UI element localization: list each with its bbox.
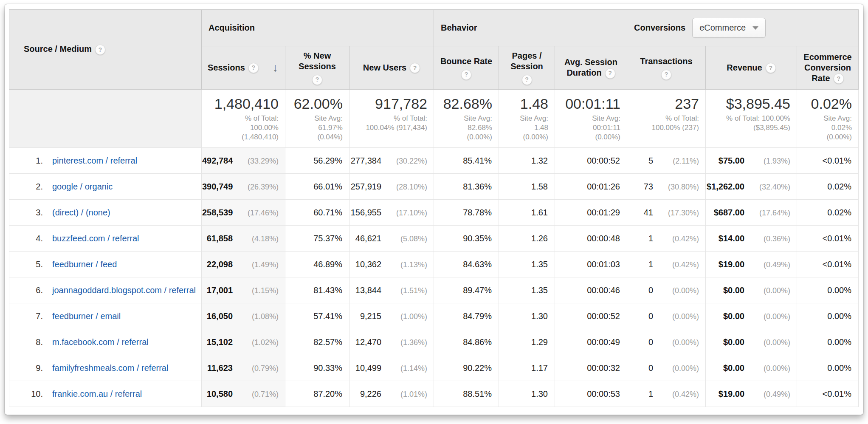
avg-session-duration-cell: 00:00:52 (555, 303, 627, 329)
avg-session-duration-cell: 00:00:52 (555, 148, 627, 174)
transactions-cell: 73(30.80%) (627, 174, 706, 200)
source-medium-cell: 4. buzzfeed.com / referral (9, 226, 202, 252)
source-medium-cell: 9. familyfreshmeals.com / referral (9, 355, 202, 381)
source-medium-cell: 8. m.facebook.com / referral (9, 329, 202, 355)
help-icon[interactable]: ? (834, 73, 844, 84)
column-header-transactions[interactable]: Transactions ? (627, 46, 706, 90)
new-users-cell: 46,621(5.08%) (349, 226, 434, 252)
column-header-pages-session[interactable]: Pages / Session ? (499, 46, 555, 90)
source-medium-label: Source / Medium (24, 44, 92, 54)
row-rank: 5. (23, 260, 43, 269)
totals-bounce-rate: 82.68% Site Avg:82.68%(0.00%) (434, 90, 499, 148)
ecommerce-conversion-rate-cell: 0.00% (797, 329, 859, 355)
revenue-cell: $19.00(0.49%) (706, 381, 797, 407)
sessions-cell: 17,001(1.15%) (202, 277, 285, 303)
ecommerce-conversion-rate-cell: 0.02% (797, 200, 859, 226)
source-medium-link[interactable]: feedburner / feed (52, 259, 117, 270)
help-icon[interactable]: ? (312, 75, 322, 85)
revenue-cell: $14.00(0.36%) (706, 226, 797, 252)
new-users-cell: 257,919(28.10%) (349, 174, 434, 200)
pages-session-cell: 1.29 (499, 329, 555, 355)
pages-session-cell: 1.58 (499, 174, 555, 200)
source-medium-link[interactable]: buzzfeed.com / referral (52, 233, 139, 244)
help-icon[interactable]: ? (410, 63, 420, 73)
new-users-cell: 277,384(30.22%) (349, 148, 434, 174)
totals-revenue: $3,895.45 % of Total: 100.00%($3,895.45) (706, 90, 797, 148)
pages-session-cell: 1.32 (499, 148, 555, 174)
source-medium-cell: 7. feedburner / email (9, 303, 202, 329)
help-icon[interactable]: ? (661, 70, 671, 80)
transactions-cell: 5(2.11%) (627, 148, 706, 174)
source-medium-link[interactable]: (direct) / (none) (52, 207, 110, 218)
column-header-source-medium[interactable]: Source / Medium? (9, 10, 202, 90)
column-header-bounce-rate[interactable]: Bounce Rate ? (434, 46, 499, 90)
avg-session-duration-cell: 00:00:46 (555, 277, 627, 303)
pages-session-cell: 1.26 (499, 226, 555, 252)
column-header-revenue[interactable]: Revenue? (706, 46, 797, 90)
source-medium-cell: 10. frankie.com.au / referral (9, 381, 202, 407)
transactions-cell: 0(0.00%) (627, 277, 706, 303)
totals-sessions: 1,480,410 % of Total:100.00%(1,480,410) (202, 90, 285, 148)
ecommerce-conversion-rate-cell: 0.00% (797, 303, 859, 329)
bounce-rate-cell: 84.79% (434, 303, 499, 329)
source-medium-link[interactable]: pinterest.com / referral (52, 155, 137, 166)
source-medium-link[interactable]: familyfreshmeals.com / referral (52, 362, 168, 373)
column-header-ecommerce-conversion-rate[interactable]: Ecommerce Conversion Rate? (797, 46, 859, 90)
new-sessions-cell: 66.01% (285, 174, 349, 200)
pages-session-cell: 1.30 (499, 381, 555, 407)
ecommerce-conversion-rate-cell: 0.02% (797, 174, 859, 200)
table-row: 6. joannagoddard.blogspot.com / referral… (9, 277, 859, 303)
row-rank: 7. (23, 311, 43, 321)
column-header-avg-session-duration[interactable]: Avg. Session Duration? (555, 46, 627, 90)
pages-session-cell: 1.35 (499, 252, 555, 277)
row-rank: 10. (23, 389, 43, 399)
help-icon[interactable]: ? (95, 45, 105, 55)
column-header-new-users[interactable]: New Users? (349, 46, 434, 90)
totals-empty-cell (9, 90, 202, 148)
group-header-row: Source / Medium? Acquisition Behavior Co… (9, 10, 859, 46)
new-sessions-cell: 60.71% (285, 200, 349, 226)
sort-descending-icon[interactable]: ↓ (273, 62, 279, 73)
bounce-rate-cell: 90.22% (434, 355, 499, 381)
source-medium-link[interactable]: joannagoddard.blogspot.com / referral (52, 285, 196, 296)
new-sessions-cell: 75.37% (285, 226, 349, 252)
group-header-conversions: Conversions eCommerce (627, 10, 859, 46)
conversions-label: Conversions (634, 23, 685, 33)
transactions-cell: 41(17.30%) (627, 200, 706, 226)
column-header-sessions[interactable]: Sessions? ↓ (202, 46, 285, 90)
source-medium-link[interactable]: m.facebook.com / referral (52, 336, 149, 348)
source-medium-cell: 6. joannagoddard.blogspot.com / referral (9, 277, 202, 303)
totals-ecommerce-conversion-rate: 0.02% Site Avg:0.02%(0.00%) (797, 90, 859, 148)
source-medium-link[interactable]: feedburner / email (52, 311, 121, 322)
bounce-rate-cell: 89.47% (434, 277, 499, 303)
help-icon[interactable]: ? (248, 63, 259, 73)
avg-session-duration-cell: 00:00:32 (555, 355, 627, 381)
totals-pages-session: 1.48 Site Avg:1.48(0.00%) (499, 90, 555, 148)
acquisition-label: Acquisition (209, 23, 255, 32)
transactions-cell: 1(0.42%) (627, 381, 706, 407)
help-icon[interactable]: ? (461, 70, 471, 80)
sessions-cell: 11,623(0.79%) (202, 355, 285, 381)
help-icon[interactable]: ? (605, 68, 615, 79)
pages-session-cell: 1.30 (499, 303, 555, 329)
new-sessions-cell: 56.29% (285, 148, 349, 174)
bounce-rate-cell: 90.35% (434, 226, 499, 252)
help-icon[interactable]: ? (766, 63, 776, 73)
transactions-cell: 1(0.42%) (627, 252, 706, 277)
bounce-rate-cell: 84.63% (434, 252, 499, 277)
new-sessions-cell: 46.89% (285, 252, 349, 277)
source-medium-link[interactable]: google / organic (52, 181, 113, 192)
source-medium-link[interactable]: frankie.com.au / referral (52, 388, 142, 399)
table-body: 1,480,410 % of Total:100.00%(1,480,410) … (9, 90, 859, 407)
revenue-cell: $0.00(0.00%) (706, 329, 797, 355)
pages-session-cell: 1.35 (499, 277, 555, 303)
row-rank: 8. (23, 337, 43, 347)
help-icon[interactable]: ? (522, 75, 532, 85)
source-medium-table: Source / Medium? Acquisition Behavior Co… (9, 9, 859, 407)
column-header-new-sessions[interactable]: % New Sessions ? (285, 46, 349, 90)
revenue-cell: $75.00(1.93%) (706, 148, 797, 174)
sessions-cell: 492,784(33.29%) (202, 148, 285, 174)
sessions-cell: 15,102(1.02%) (202, 329, 285, 355)
conversions-type-dropdown[interactable]: eCommerce (692, 18, 766, 38)
revenue-cell: $19.00(0.49%) (706, 252, 797, 277)
